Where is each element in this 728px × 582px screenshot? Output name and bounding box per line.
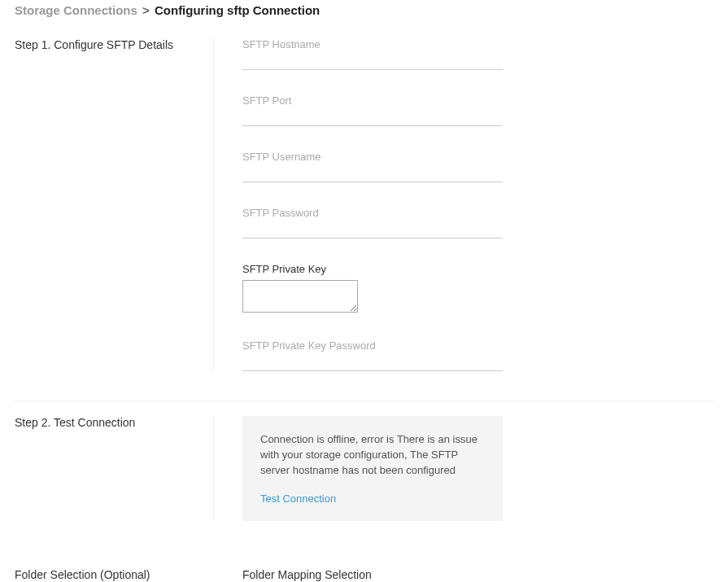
- breadcrumb-current: Configuring sftp Connection: [155, 3, 320, 17]
- breadcrumb-root[interactable]: Storage Connections: [15, 3, 137, 17]
- step1-title: Step 1. Configure SFTP Details: [15, 38, 197, 51]
- connection-status-text: Connection is offline, error is There is…: [260, 432, 485, 479]
- test-connection-button[interactable]: Test Connection: [260, 492, 336, 505]
- sftp-private-key-password-input[interactable]: [242, 355, 503, 371]
- step1-section: Step 1. Configure SFTP Details SFTP Host…: [15, 32, 713, 386]
- sftp-private-key-password-label: SFTP Private Key Password: [242, 339, 713, 352]
- folder-section: Folder Selection (Optional) Select a fol…: [15, 568, 713, 582]
- sftp-password-label: SFTP Password: [242, 207, 713, 219]
- connection-status-card: Connection is offline, error is There is…: [242, 416, 503, 521]
- breadcrumb-separator: >: [142, 3, 150, 17]
- section-divider: [15, 400, 713, 401]
- sftp-username-input[interactable]: [242, 166, 503, 182]
- sftp-username-label: SFTP Username: [242, 151, 713, 163]
- sftp-password-input[interactable]: [242, 222, 503, 238]
- sftp-port-input[interactable]: [242, 110, 503, 126]
- sftp-private-key-label: SFTP Private Key: [242, 263, 713, 275]
- step2-title: Step 2. Test Connection: [15, 416, 197, 429]
- folder-mapping-title: Folder Mapping Selection: [242, 568, 713, 581]
- sftp-port-label: SFTP Port: [242, 94, 713, 107]
- sftp-hostname-label: SFTP Hostname: [242, 38, 713, 50]
- sftp-private-key-textarea[interactable]: [242, 280, 358, 313]
- breadcrumb: Storage Connections > Configuring sftp C…: [15, 0, 713, 32]
- sftp-hostname-input[interactable]: [242, 54, 503, 70]
- folder-selection-title: Folder Selection (Optional): [15, 568, 181, 581]
- step2-section: Step 2. Test Connection Connection is of…: [15, 416, 713, 536]
